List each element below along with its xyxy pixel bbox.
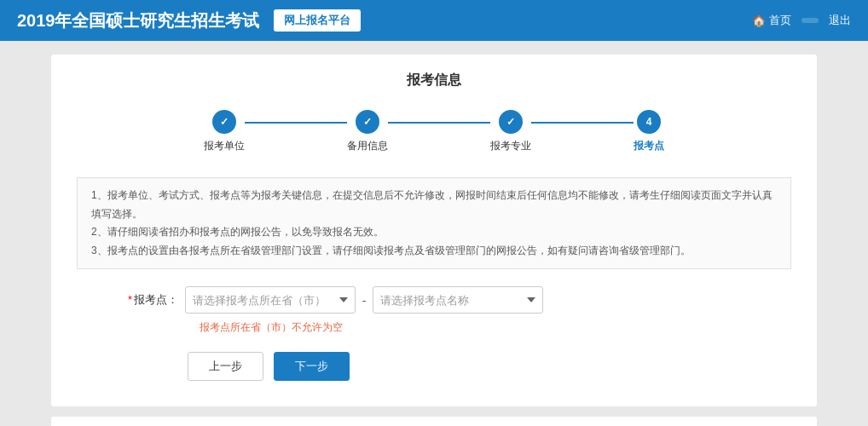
notice-line-3: 3、报考点的设置由各报考点所在省级管理部门设置，请仔细阅读报考点及省级管理部门的… bbox=[91, 242, 777, 261]
province-select[interactable]: 请选择报考点所在省（市） bbox=[185, 286, 356, 314]
main-content: 报考信息 ✓ 报考单位 ✓ 备用信息 ✓ 报考专业 4 报考点 bbox=[0, 41, 868, 426]
step-3: ✓ 报考专业 bbox=[490, 110, 531, 153]
step-4-circle: 4 bbox=[637, 110, 661, 134]
step-1: ✓ 报考单位 bbox=[204, 110, 245, 153]
step-4-label: 报考点 bbox=[634, 139, 664, 153]
step-line-2 bbox=[388, 122, 490, 124]
notice-line-2: 2、请仔细阅读省招办和报考点的网报公告，以免导致报名无效。 bbox=[91, 223, 777, 242]
home-link[interactable]: 🏠 首页 bbox=[752, 13, 791, 28]
step-line-3 bbox=[531, 122, 634, 124]
button-row: 上一步 下一步 bbox=[77, 352, 791, 381]
step-2: ✓ 备用信息 bbox=[347, 110, 388, 153]
user-info bbox=[801, 18, 819, 23]
exam-point-form-row: *报考点： 请选择报考点所在省（市） - 请选择报考点名称 bbox=[77, 286, 791, 314]
form-card: 报考信息 ✓ 报考单位 ✓ 备用信息 ✓ 报考专业 4 报考点 bbox=[51, 55, 817, 406]
step-1-label: 报考单位 bbox=[204, 139, 245, 153]
step-4: 4 报考点 bbox=[634, 110, 664, 153]
notice-box: 1、报考单位、考试方式、报考点等为报考关键信息，在提交信息后不允许修改，网报时间… bbox=[77, 177, 791, 269]
province-error-msg: 报考点所在省（市）不允许为空 bbox=[200, 321, 343, 333]
home-icon: 🏠 bbox=[752, 14, 766, 27]
prev-button[interactable]: 上一步 bbox=[188, 352, 263, 381]
exam-point-name-select[interactable]: 请选择报考点名称 bbox=[373, 286, 543, 314]
header: 2019年全国硕士研究生招生考试 网上报名平台 🏠 首页 退出 bbox=[0, 0, 868, 41]
error-row: 报考点所在省（市）不允许为空 bbox=[77, 320, 791, 335]
step-3-label: 报考专业 bbox=[490, 139, 531, 153]
step-2-label: 备用信息 bbox=[347, 139, 388, 153]
form-dash: - bbox=[362, 294, 366, 307]
header-right: 🏠 首页 退出 bbox=[752, 13, 851, 28]
step-line-1 bbox=[245, 122, 347, 124]
next-button[interactable]: 下一步 bbox=[274, 352, 350, 381]
notice-line-1: 1、报考单位、考试方式、报考点等为报考关键信息，在提交信息后不允许修改，网报时间… bbox=[91, 187, 777, 223]
stepper: ✓ 报考单位 ✓ 备用信息 ✓ 报考专业 4 报考点 bbox=[77, 110, 791, 153]
step-1-circle: ✓ bbox=[212, 110, 236, 134]
card-title: 报考信息 bbox=[77, 72, 791, 89]
step-2-circle: ✓ bbox=[356, 110, 379, 134]
step-3-circle: ✓ bbox=[499, 110, 523, 134]
platform-badge: 网上报名平台 bbox=[274, 9, 361, 32]
required-mark: * bbox=[128, 293, 132, 306]
options-card: 选项说明： 1、由于网络环境及系统复杂性，选择省市后，请耐心等待报考点列表。 2… bbox=[51, 417, 817, 426]
exam-point-label: *报考点： bbox=[128, 292, 178, 308]
app-title: 2019年全国硕士研究生招生考试 bbox=[17, 9, 260, 32]
home-label: 首页 bbox=[769, 13, 791, 28]
logout-button[interactable]: 退出 bbox=[829, 13, 851, 28]
